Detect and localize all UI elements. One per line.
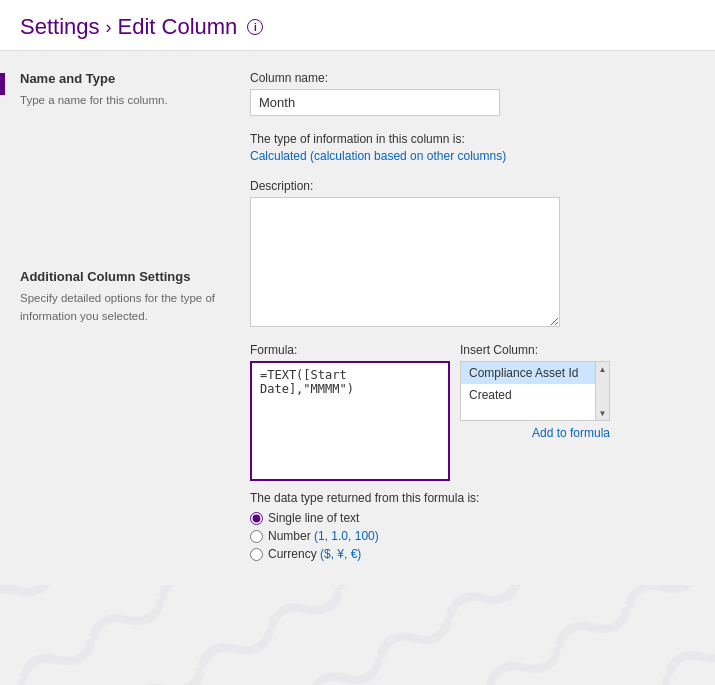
sidebar-additional-title: Additional Column Settings <box>20 269 224 284</box>
insert-column-label: Insert Column: <box>460 343 610 357</box>
add-to-formula-container: Add to formula <box>460 425 610 440</box>
radio-currency-label: Currency ($, ¥, €) <box>268 547 361 561</box>
page-header: Settings › Edit Column i <box>0 0 715 51</box>
sidebar: Name and Type Type a name for this colum… <box>0 51 240 585</box>
main-content: Name and Type Type a name for this colum… <box>0 51 715 585</box>
description-textarea[interactable] <box>250 197 560 327</box>
settings-label: Settings <box>20 14 100 40</box>
insert-column-listbox[interactable]: Compliance Asset Id Created ▲ ▼ <box>460 361 610 421</box>
scroll-up-arrow[interactable]: ▲ <box>598 364 608 374</box>
add-to-formula-link[interactable]: Add to formula <box>532 426 610 440</box>
radio-number-label: Number (1, 1.0, 100) <box>268 529 379 543</box>
sidebar-name-type-section: Name and Type Type a name for this colum… <box>20 71 224 109</box>
description-label: Description: <box>250 179 695 193</box>
info-icon[interactable]: i <box>247 19 263 35</box>
data-type-section: The data type returned from this formula… <box>250 491 695 561</box>
formula-row: Formula: =TEXT([Start Date],"MMMM") Inse… <box>250 343 695 481</box>
radio-number-input[interactable] <box>250 530 263 543</box>
list-item[interactable]: Compliance Asset Id <box>461 362 609 384</box>
formula-col: Formula: =TEXT([Start Date],"MMMM") <box>250 343 450 481</box>
column-name-group: Column name: <box>250 71 695 116</box>
radio-single-line: Single line of text <box>250 511 695 525</box>
formula-textarea[interactable]: =TEXT([Start Date],"MMMM") <box>250 361 450 481</box>
scroll-down-arrow[interactable]: ▼ <box>598 408 608 418</box>
breadcrumb-separator: › <box>106 17 112 38</box>
insert-column-col: Insert Column: Compliance Asset Id Creat… <box>460 343 610 440</box>
listbox-scrollbar[interactable]: ▲ ▼ <box>595 362 609 420</box>
description-group: Description: <box>250 179 695 327</box>
radio-currency-input[interactable] <box>250 548 263 561</box>
radio-single-line-label: Single line of text <box>268 511 359 525</box>
active-bar <box>0 73 5 95</box>
sidebar-additional-section: Additional Column Settings Specify detai… <box>20 269 224 325</box>
sidebar-additional-desc: Specify detailed options for the type of… <box>20 290 224 325</box>
data-type-label: The data type returned from this formula… <box>250 491 695 505</box>
formula-label: Formula: <box>250 343 450 357</box>
radio-number: Number (1, 1.0, 100) <box>250 529 695 543</box>
sidebar-name-type-desc: Type a name for this column. <box>20 92 224 109</box>
radio-single-line-input[interactable] <box>250 512 263 525</box>
sidebar-name-type-title: Name and Type <box>20 71 224 86</box>
list-item[interactable]: Created <box>461 384 609 406</box>
type-info-value[interactable]: Calculated (calculation based on other c… <box>250 149 506 163</box>
column-name-label: Column name: <box>250 71 695 85</box>
listbox-inner: Compliance Asset Id Created <box>461 362 609 420</box>
column-name-input[interactable] <box>250 89 500 116</box>
edit-column-label: Edit Column <box>118 14 238 40</box>
type-info-label: The type of information in this column i… <box>250 132 695 146</box>
form-area: Column name: The type of information in … <box>240 51 715 585</box>
type-info-group: The type of information in this column i… <box>250 132 695 163</box>
radio-currency: Currency ($, ¥, €) <box>250 547 695 561</box>
